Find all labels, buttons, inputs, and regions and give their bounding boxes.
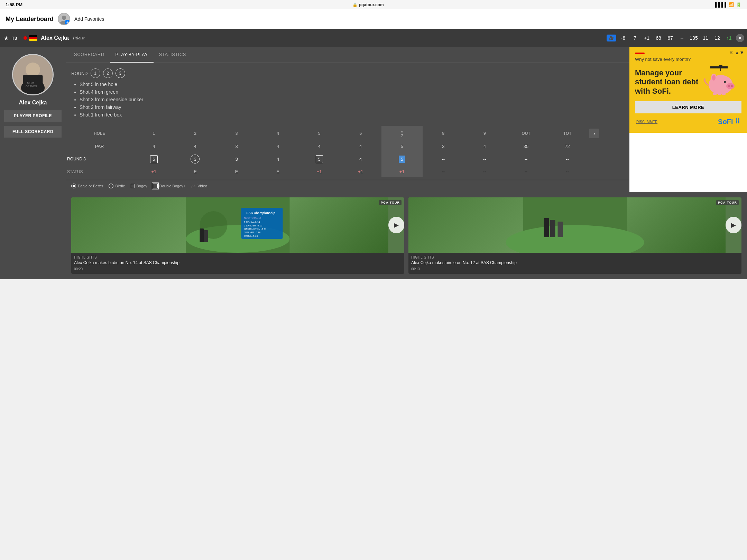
r3-h2: 3 — [175, 152, 216, 166]
ad-headline: Manage your student loan debt with SoFi. — [635, 68, 700, 96]
current-score-7: 5 — [399, 156, 405, 163]
svg-rect-37 — [544, 218, 549, 237]
video-category-2: HIGHLIGHTS — [411, 255, 739, 259]
svg-rect-38 — [550, 220, 555, 237]
birdie-label: Birdie — [115, 184, 125, 188]
bogey-label: Bogey — [137, 184, 147, 188]
birdie-score-2: 3 — [191, 155, 200, 164]
svg-rect-19 — [713, 92, 717, 95]
status-empty — [588, 166, 629, 177]
r3-h5: 5 — [298, 152, 340, 166]
avatar-container[interactable]: + — [58, 13, 70, 25]
r3-h1: 5 — [133, 152, 175, 166]
table-header-row: HOLE 1 2 3 4 5 6 ▲7 8 — [66, 126, 629, 141]
legend-row: Eagle or Better Birdie Bogey Double Boge… — [66, 180, 629, 192]
video-thumb-1: SAS Championship NO 2 TOTAL 14 1 CEJKA -… — [71, 197, 404, 253]
round-1-button[interactable]: 1 — [91, 68, 100, 78]
star-icon[interactable]: ★ — [3, 35, 10, 41]
today-stat: +1 — [642, 35, 652, 41]
status-row: STATUS +1 E E E +1 +1 +1 -- -- -- — [66, 166, 629, 177]
status-h4-val: E — [276, 169, 279, 174]
ad-close-icon[interactable]: ✕ ▲▼ — [729, 50, 744, 55]
player-profile-button[interactable]: PLAYER PROFILE — [4, 110, 62, 122]
svg-text:1 CEJKA  -8  14: 1 CEJKA -8 14 — [244, 221, 260, 223]
bogey-score-1: 5 — [150, 155, 157, 163]
par-tot: 72 — [547, 141, 588, 152]
video-title-1: Alex Cejka makes birdie on No. 14 at SAS… — [74, 260, 402, 266]
video-card-1[interactable]: SAS Championship NO 2 TOTAL 14 1 CEJKA -… — [71, 197, 404, 274]
learn-more-button[interactable]: LEARN MORE — [635, 101, 741, 113]
total-stat: 135 — [689, 35, 699, 41]
video-golf-bg-2 — [408, 197, 726, 253]
status-right: ▐▐▐▐ 📶 🔋 — [713, 2, 741, 7]
tab-play-by-play[interactable]: PLAY-BY-PLAY — [110, 47, 154, 63]
content-row: SCORECARD PLAY-BY-PLAY STATISTICS ROUND … — [66, 47, 747, 192]
status-label: STATUS — [66, 166, 133, 177]
left-panel: MGM GRANDS Alex Cejka PLAYER PROFILE FUL… — [0, 47, 66, 279]
shot-item-3: Shot 3 from greenside bunker — [80, 97, 624, 102]
ad-tagline: Why not save every month? — [635, 57, 741, 62]
full-scorecard-button[interactable]: FULL SCORECARD — [4, 126, 62, 138]
right-area: SCORECARD PLAY-BY-PLAY STATISTICS ROUND … — [66, 47, 747, 279]
video-label: Video — [197, 184, 207, 188]
svg-text:JIMENEZ  -5  18: JIMENEZ -5 18 — [244, 231, 261, 234]
shot-item-4: Shot 4 from green — [80, 89, 624, 95]
status-h3: E — [216, 166, 257, 177]
round-3-button[interactable]: 3 — [116, 68, 125, 78]
par-row: PAR 4 4 3 4 4 4 5 3 4 35 — [66, 141, 629, 152]
video-golf-bg-1: SAS Championship NO 2 TOTAL 14 1 CEJKA -… — [71, 197, 388, 253]
bogey-icon — [131, 184, 135, 188]
svg-text:MGM: MGM — [27, 81, 34, 85]
next-arrow-button[interactable]: › — [589, 129, 599, 138]
svg-point-1 — [62, 16, 66, 20]
add-plus-icon: + — [65, 20, 70, 25]
shot-item-1: Shot 1 from tee box — [80, 112, 624, 118]
double-bogey-label: Double Bogey+ — [159, 184, 186, 188]
r3-h9: -- — [464, 152, 506, 166]
r3-stat: -- — [677, 35, 687, 41]
status-h8: -- — [423, 166, 464, 177]
r3-h4: 4 — [257, 152, 299, 166]
bogey-score-5: 5 — [316, 155, 323, 163]
status-h5: +1 — [298, 166, 340, 177]
svg-rect-25 — [200, 228, 204, 242]
add-favorites-label[interactable]: Add Favorites — [74, 16, 104, 22]
col-tot-header: TOT — [547, 126, 588, 141]
ad-disclaimer[interactable]: DISCLAIMER — [635, 119, 659, 125]
arrow-stat: ↑1 — [724, 35, 734, 41]
ad-panel: ✕ ▲▼ Why not save every month? Manage yo… — [629, 47, 747, 192]
legend-bogey: Bogey — [131, 184, 147, 188]
video-card-2[interactable]: ▶ PGA TOUR HIGHLIGHTS Alex Cejka makes b… — [408, 197, 741, 274]
par-8: 3 — [423, 141, 464, 152]
next-arrow-cell[interactable]: › — [588, 126, 629, 141]
status-h2-val: E — [194, 169, 197, 174]
close-button[interactable]: ✕ — [736, 34, 744, 42]
status-out: -- — [505, 166, 547, 177]
par-3: 3 — [216, 141, 257, 152]
r3-tot: -- — [547, 152, 588, 166]
video-info-2: HIGHLIGHTS Alex Cejka makes birdie on No… — [408, 253, 741, 274]
par-label: PAR — [66, 141, 133, 152]
video-camera-icon[interactable]: 🎥 — [607, 35, 616, 41]
hole-header: HOLE — [66, 126, 133, 141]
hole-table: HOLE 1 2 3 4 5 6 ▲7 8 — [66, 126, 629, 177]
position-badge: T3 — [12, 36, 21, 41]
german-flag — [29, 35, 37, 41]
legend-eagle: Eagle or Better — [71, 184, 103, 188]
tab-statistics[interactable]: STATISTICS — [154, 47, 192, 63]
status-h9: -- — [464, 166, 506, 177]
svg-text:2 LANGER  -6  16: 2 LANGER -6 16 — [244, 224, 262, 227]
svg-point-13 — [726, 83, 735, 89]
svg-text:HARRINGTON  -6  67: HARRINGTON -6 67 — [244, 228, 267, 230]
col-out-header: OUT — [505, 126, 547, 141]
video-title-2: Alex Cejka makes birdie on No. 12 at SAS… — [411, 260, 739, 266]
tab-scorecard[interactable]: SCORECARD — [68, 47, 110, 63]
video-duration-1: 00:20 — [74, 267, 402, 271]
player-row: ★ T3 Alex Cejka Titleist 🎥 -8 7 +1 68 67… — [0, 29, 747, 47]
r2-stat: 67 — [665, 35, 675, 41]
status-h4: E — [257, 166, 299, 177]
video-badge-1: PGA TOUR — [379, 200, 402, 205]
round-2-button[interactable]: 2 — [103, 68, 113, 78]
svg-text:NO 2  TOTAL 14: NO 2 TOTAL 14 — [244, 217, 261, 219]
svg-rect-39 — [558, 222, 563, 237]
